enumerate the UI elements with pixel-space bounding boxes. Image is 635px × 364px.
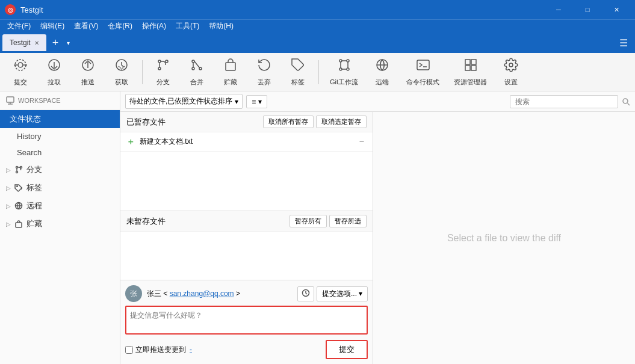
sidebar-section-tag[interactable]: ▷ 标签	[0, 179, 120, 197]
commit-options-button[interactable]: 提交选项... ▾	[317, 286, 368, 301]
push-checkbox-text: 立即推送变更到	[135, 345, 186, 355]
main-layout: WORKSPACE 文件状态 History Search ▷ 分支 ▷ 标签	[0, 91, 635, 364]
sidebar-section-remote[interactable]: ▷ 远程	[0, 197, 120, 215]
branch-tool-button[interactable]: 分支	[147, 55, 179, 89]
svg-line-41	[628, 103, 630, 105]
sidebar-item-file-status[interactable]: 文件状态	[0, 110, 120, 128]
push-checkbox-label[interactable]: 立即推送变更到	[125, 345, 186, 355]
staged-file-list: ＋ 新建文本文档.txt －	[120, 132, 373, 211]
filter-dropdown-arrow: ▾	[258, 97, 262, 106]
tag-tool-button[interactable]: 标签	[282, 55, 314, 89]
commit-history-button[interactable]	[297, 286, 314, 301]
tag-tool-label: 标签	[291, 78, 305, 87]
user-email-display: san.zhang@qq.com	[170, 289, 234, 298]
terminal-tool-label: 命令行模式	[406, 78, 439, 87]
search-input[interactable]	[510, 95, 618, 108]
svg-rect-26	[471, 60, 476, 64]
branch-sidebar-label: 分支	[26, 164, 42, 175]
cancel-all-staged-button[interactable]: 取消所有暂存	[263, 116, 314, 128]
add-tab-button[interactable]: +	[49, 35, 63, 51]
tab-dropdown-button[interactable]: ▾	[64, 39, 72, 48]
history-clock-icon	[302, 289, 310, 297]
settings-tool-label: 设置	[504, 78, 518, 87]
search-icon	[622, 97, 630, 106]
discard-tool-button[interactable]: 丢弃	[249, 55, 280, 89]
push-tool-button[interactable]: 推送	[72, 55, 104, 89]
staged-file-item[interactable]: ＋ 新建文本文档.txt －	[120, 132, 373, 152]
commit-icon	[13, 58, 28, 76]
diff-placeholder-text: Select a file to view the diff	[447, 233, 561, 244]
sidebar: WORKSPACE 文件状态 History Search ▷ 分支 ▷ 标签	[0, 91, 120, 364]
titlebar-left: ◎ Testgit	[5, 4, 43, 15]
tag-expand-icon: ▷	[6, 185, 11, 191]
unstaged-files-header: 未暂存文件 暂存所有 暂存所选	[120, 211, 373, 232]
sidebar-item-history[interactable]: History	[0, 128, 120, 144]
branch-icon	[156, 58, 170, 76]
svg-point-11	[192, 60, 194, 63]
merge-tool-button[interactable]: 合并	[181, 55, 212, 89]
titlebar: ◎ Testgit ─ □ ✕	[0, 0, 635, 19]
commit-message-input[interactable]	[125, 306, 368, 335]
discard-icon	[257, 58, 271, 76]
remote-expand-icon: ▷	[6, 203, 11, 209]
explorer-tool-button[interactable]: 资源管理器	[448, 55, 493, 89]
svg-point-8	[158, 67, 161, 70]
pull-tool-button[interactable]: 拉取	[39, 55, 70, 89]
terminal-icon	[416, 58, 430, 76]
file-added-icon: ＋	[126, 137, 135, 147]
filter-icon: ≡	[252, 97, 256, 106]
tab-testgit[interactable]: Testgit ✕	[2, 34, 46, 51]
maximize-button[interactable]: □	[574, 0, 601, 19]
svg-point-7	[158, 60, 161, 63]
tab-close-icon[interactable]: ✕	[34, 40, 39, 46]
svg-rect-24	[417, 60, 429, 70]
stash-tool-button[interactable]: 贮藏	[215, 55, 246, 89]
gitflow-tool-button[interactable]: Git工作流	[324, 55, 364, 89]
menu-file[interactable]: 文件(F)	[2, 20, 36, 32]
remove-staged-icon[interactable]: －	[357, 135, 367, 148]
fetch-tool-label: 获取	[115, 78, 128, 87]
window-controls: ─ □ ✕	[545, 0, 630, 19]
remote-tool-button[interactable]: 远端	[367, 55, 398, 89]
user-avatar: 张	[125, 285, 142, 302]
commit-tool-button[interactable]: 提交	[5, 55, 36, 89]
explorer-icon	[463, 58, 478, 76]
file-toolbar: 待处的文件,已依照文件状态排序 ▾ ≡ ▾	[120, 91, 635, 112]
app-title: Testgit	[20, 5, 43, 14]
menu-tools[interactable]: 工具(T)	[171, 20, 204, 32]
menu-edit[interactable]: 编辑(E)	[36, 20, 69, 32]
commit-button[interactable]: 提交	[326, 340, 368, 359]
sidebar-section-branch[interactable]: ▷ 分支	[0, 161, 120, 179]
stash-expand-icon: ▷	[6, 221, 11, 227]
sidebar-item-search[interactable]: Search	[0, 144, 120, 161]
staged-file-name: 新建文本文档.txt	[140, 137, 357, 147]
filter-button[interactable]: ≡ ▾	[246, 95, 267, 108]
fetch-tool-button[interactable]: 获取	[106, 55, 137, 89]
svg-rect-27	[465, 66, 470, 70]
terminal-tool-button[interactable]: 命令行模式	[400, 55, 445, 89]
svg-point-40	[623, 99, 628, 103]
split-view: 已暂存文件 取消所有暂存 取消选定暂存 ＋ 新建文本文档.txt － 未暂存文件	[120, 112, 635, 364]
menu-view[interactable]: 查看(V)	[69, 20, 103, 32]
minimize-button[interactable]: ─	[545, 0, 572, 19]
close-button[interactable]: ✕	[602, 0, 630, 19]
sort-dropdown[interactable]: 待处的文件,已依照文件状态排序 ▾	[125, 94, 243, 109]
push-checkbox-input[interactable]	[125, 346, 133, 354]
gitflow-tool-label: Git工作流	[330, 78, 358, 87]
menu-action[interactable]: 操作(A)	[137, 20, 171, 32]
push-link[interactable]: -	[190, 345, 192, 354]
svg-point-9	[166, 60, 168, 63]
svg-point-12	[192, 67, 194, 70]
stash-selected-button[interactable]: 暂存所选	[329, 215, 367, 227]
stash-all-button[interactable]: 暂存所有	[290, 215, 327, 227]
menu-help[interactable]: 帮助(H)	[204, 20, 238, 32]
branch-tool-label: 分支	[156, 78, 170, 87]
sidebar-section-stash[interactable]: ▷ 贮藏	[0, 215, 120, 233]
commit-footer: 立即推送变更到 - 提交	[125, 340, 368, 359]
menu-repo[interactable]: 仓库(R)	[103, 20, 137, 32]
cancel-selected-staged-button[interactable]: 取消选定暂存	[316, 116, 367, 128]
user-info: 张三 < san.zhang@qq.com >	[147, 289, 240, 299]
hamburger-menu-button[interactable]: ☰	[615, 35, 633, 51]
settings-tool-button[interactable]: 设置	[495, 55, 527, 89]
commit-actions: 提交选项... ▾	[297, 286, 368, 301]
